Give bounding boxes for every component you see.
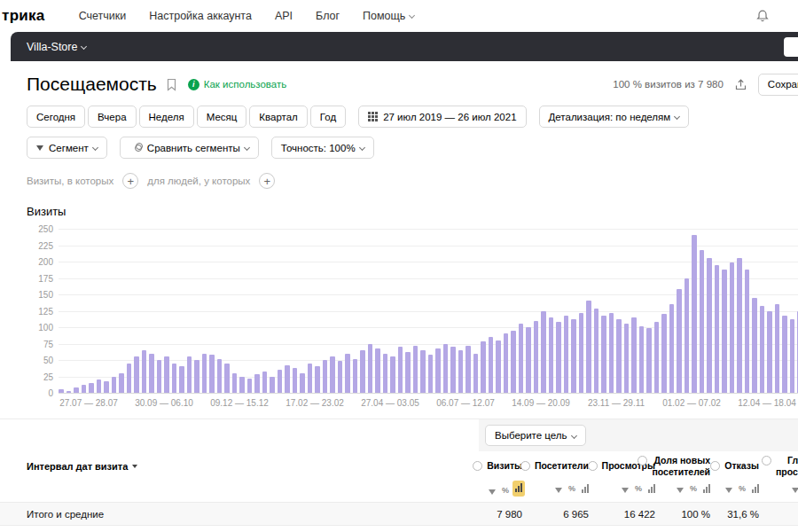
chart-bar[interactable]: [489, 337, 494, 393]
how-to-use-link[interactable]: i Как использовать: [188, 79, 287, 90]
metric-radio[interactable]: [520, 461, 530, 471]
chart-bar[interactable]: [631, 317, 637, 393]
chart-bar[interactable]: [707, 258, 712, 393]
chart-bar[interactable]: [127, 364, 132, 393]
chart-bar[interactable]: [685, 278, 690, 394]
counter-selector[interactable]: Villa-Store: [27, 41, 86, 53]
chart-bar[interactable]: [752, 298, 757, 393]
chart-bar[interactable]: [579, 313, 584, 393]
chart-bar[interactable]: [232, 373, 238, 393]
barchart-icon[interactable]: [582, 484, 589, 493]
chart-bar[interactable]: [526, 327, 531, 393]
segment-button[interactable]: Сегмент: [27, 137, 107, 159]
barchart-icon[interactable]: [752, 484, 759, 493]
nav-item-3[interactable]: API: [275, 10, 293, 22]
chart-bar[interactable]: [767, 311, 772, 394]
period-button-месяц[interactable]: Месяц: [197, 106, 247, 128]
chart-bar[interactable]: [194, 360, 200, 393]
chart-bar[interactable]: [790, 319, 795, 393]
metric-radio[interactable]: [762, 456, 771, 466]
chart-bar[interactable]: [616, 319, 622, 393]
chart-bar[interactable]: [450, 347, 456, 393]
chart-bar[interactable]: [82, 385, 87, 393]
chart-bar[interactable]: [383, 354, 388, 393]
nav-item-1[interactable]: Счетчики: [79, 10, 127, 22]
chart-bar[interactable]: [496, 340, 501, 393]
barchart-icon[interactable]: [648, 484, 655, 493]
chart-plot-area[interactable]: 025507510012515017520022525027.07 — 28.0…: [59, 229, 798, 393]
chart-bar[interactable]: [270, 377, 275, 394]
metric-radio[interactable]: [710, 461, 720, 471]
chart-bar[interactable]: [473, 354, 479, 393]
period-button-год[interactable]: Год: [310, 106, 346, 128]
chart-bar[interactable]: [74, 387, 79, 393]
column-header-4[interactable]: Доля новых посетителей: [661, 455, 716, 477]
compare-segments-button[interactable]: Сравнить сегменты: [120, 137, 259, 159]
chart-bar[interactable]: [300, 373, 305, 393]
chart-bar[interactable]: [89, 383, 94, 393]
column-header-5[interactable]: Отказы: [716, 460, 764, 472]
chart-bar[interactable]: [428, 355, 434, 393]
chart-bar[interactable]: [353, 359, 358, 393]
percent-icon[interactable]: [635, 485, 642, 493]
chart-bar[interactable]: [172, 364, 177, 393]
chart-bar[interactable]: [677, 289, 682, 393]
chart-bar[interactable]: [209, 355, 215, 393]
chart-bar[interactable]: [308, 364, 313, 393]
chart-bar[interactable]: [217, 359, 223, 393]
filter-funnel-icon[interactable]: [792, 488, 798, 493]
filter-funnel-icon[interactable]: [622, 488, 629, 493]
column-header-6[interactable]: Глубина просмотра: [764, 455, 798, 477]
chart-bar[interactable]: [66, 391, 72, 393]
column-header-2[interactable]: Посетители: [528, 460, 594, 472]
chart-bar[interactable]: [345, 354, 350, 393]
chart-bar[interactable]: [534, 321, 539, 393]
chart-bar[interactable]: [481, 341, 486, 393]
chart-bar[interactable]: [254, 374, 260, 393]
accuracy-button[interactable]: Точность: 100%: [271, 137, 374, 159]
chart-bar[interactable]: [368, 344, 373, 394]
period-button-вчера[interactable]: Вчера: [88, 106, 136, 128]
metric-radio[interactable]: [473, 461, 482, 471]
chart-bar[interactable]: [722, 270, 727, 393]
chart-bar[interactable]: [293, 368, 298, 393]
filter-funnel-icon[interactable]: [489, 489, 496, 495]
chart-bar[interactable]: [413, 346, 419, 393]
chart-bar[interactable]: [315, 366, 320, 393]
chart-bar[interactable]: [564, 316, 569, 393]
chart-bar[interactable]: [142, 350, 147, 393]
chart-bar[interactable]: [420, 350, 426, 393]
chart-bar[interactable]: [104, 381, 109, 393]
chart-bar[interactable]: [541, 311, 546, 394]
chart-bar[interactable]: [187, 356, 192, 393]
chart-bar[interactable]: [639, 326, 645, 393]
barchart-icon[interactable]: [703, 484, 710, 493]
chart-bar[interactable]: [571, 319, 576, 393]
chart-bar[interactable]: [375, 348, 380, 393]
detalization-button[interactable]: Детализация: по неделям: [539, 106, 690, 128]
chart-bar[interactable]: [782, 316, 787, 393]
chart-bar[interactable]: [775, 304, 780, 393]
chart-bar[interactable]: [323, 360, 328, 393]
chart-bar[interactable]: [458, 350, 464, 393]
metric-radio[interactable]: [588, 461, 598, 471]
chart-bar[interactable]: [646, 328, 652, 393]
nav-item-4[interactable]: Блог: [316, 10, 340, 22]
chart-bar[interactable]: [239, 377, 245, 394]
notifications-bell-icon[interactable]: [755, 9, 770, 23]
chart-bar[interactable]: [97, 379, 102, 393]
chart-bar[interactable]: [504, 333, 509, 393]
add-people-filter-button[interactable]: [259, 173, 275, 189]
chart-bar[interactable]: [164, 356, 169, 393]
metrica-logo[interactable]: трика: [2, 7, 45, 25]
chart-bar[interactable]: [59, 389, 64, 393]
chart-bar[interactable]: [157, 360, 162, 393]
add-visit-filter-button[interactable]: [122, 173, 138, 189]
save-button[interactable]: Сохранить: [758, 74, 798, 96]
chart-bar[interactable]: [654, 322, 660, 393]
filter-funnel-icon[interactable]: [555, 488, 562, 493]
chart-bar[interactable]: [760, 306, 765, 393]
period-button-квартал[interactable]: Квартал: [249, 106, 307, 128]
chart-bar[interactable]: [715, 265, 720, 393]
period-button-неделя[interactable]: Неделя: [139, 106, 194, 128]
